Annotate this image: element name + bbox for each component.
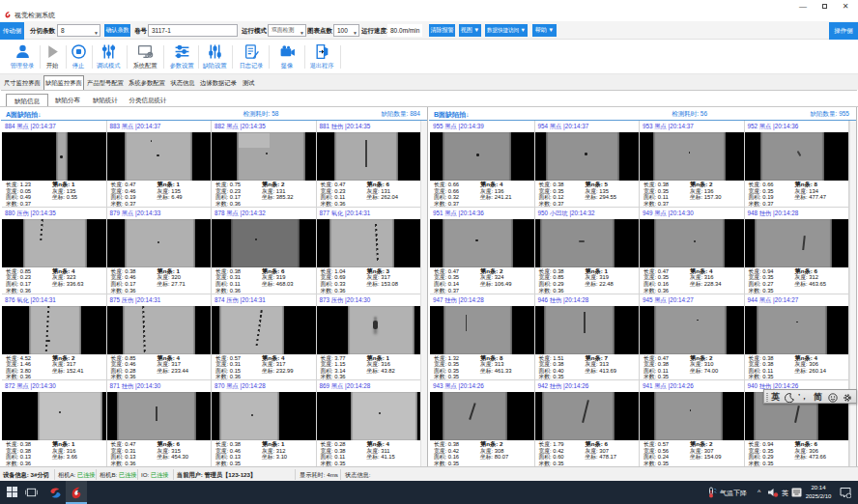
defect-tile[interactable]: 950 小凹坑 |20:14:32 长度: 0.38 宽度: 0.85 面积: …	[535, 208, 641, 294]
defect-tile[interactable]: 871 挂伤 |20:14:30 长度: 0.47 宽度: 0.31 面积: 0…	[107, 380, 213, 467]
defect-tile[interactable]: 952 黑点 |20:14:36 长度: 0.66 宽度: 0.35 面积: 0…	[745, 121, 850, 208]
taskbar-clock[interactable]: 20:14 2025/2/10	[802, 484, 835, 501]
defect-info: 长度: 0.47 宽度: 0.35 面积: 0.14 米数: 0.37 第n条:…	[430, 267, 534, 294]
tab-6[interactable]: 边缘数据记录	[198, 76, 239, 90]
tab-5[interactable]: 状态信息	[168, 76, 197, 90]
drive-side-button[interactable]: 传动侧	[0, 22, 24, 40]
operator-side-button[interactable]: 操作侧	[829, 22, 858, 40]
defect-tile-header: 944 黑点 |20:14:27	[745, 294, 849, 306]
toolbar-button-6[interactable]: 参数设置	[164, 42, 199, 72]
minimize-button[interactable]: —	[794, 1, 812, 12]
emoji-icon[interactable]	[828, 393, 838, 403]
defect-tile[interactable]: 951 黑点 |20:14:36 长度: 0.47 宽度: 0.35 面积: 0…	[430, 208, 535, 294]
defect-tile[interactable]: 873 压伤 |20:14:30 长度: 3.77 宽度: 1.15 面积: 3…	[317, 294, 422, 381]
defect-tile-header: 869 黑点 |20:14:28	[317, 380, 421, 392]
defect-tile[interactable]: 880 压伤 |20:14:35 长度: 0.85 宽度: 0.23 面积: 0…	[2, 208, 107, 294]
defect-tile[interactable]: 942 挂伤 |20:14:26 长度: 1.79 宽度: 0.42 面积: 0…	[535, 380, 641, 467]
defect-tile[interactable]: 944 黑点 |20:14:27 长度: 0.38 宽度: 0.38 面积: 0…	[745, 294, 850, 381]
defect-tile[interactable]: 945 黑点 |20:14:27 长度: 0.47 宽度: 0.38 面积: 0…	[640, 294, 745, 381]
toolbar-separator	[198, 45, 199, 69]
close-button[interactable]: ✕	[837, 1, 854, 12]
defect-tile[interactable]: 949 黑点 |20:14:30 长度: 0.47 宽度: 0.35 面积: 0…	[640, 208, 745, 294]
defect-tile[interactable]: 874 压伤 |20:14:31 长度: 0.57 宽度: 0.31 面积: 0…	[212, 294, 317, 381]
strips-count-label: 分切条数	[30, 27, 55, 36]
defect-tile[interactable]: 876 氧化 |20:14:31 长度: 4.52 宽度: 1.46 面积: 3…	[2, 294, 107, 381]
tab-3[interactable]: 产品型号配置	[85, 76, 126, 90]
panel-header: B面缺陷拍↓检测耗时: 56缺陷数量: 955	[429, 107, 856, 121]
scrollbar[interactable]	[849, 121, 856, 467]
chart-points-select[interactable]: 100▼	[333, 24, 359, 37]
defect-tile[interactable]: 953 黑点 |20:14:37 长度: 0.38 宽度: 0.35 面积: 0…	[640, 121, 745, 208]
defect-tile[interactable]: 881 挂伤 |20:14:35 长度: 0.47 宽度: 0.23 面积: 0…	[317, 121, 422, 208]
ime-drag-handle[interactable]	[766, 393, 768, 402]
maximize-button[interactable]	[815, 1, 833, 12]
toolbar-button-10[interactable]: 退出程序	[304, 42, 339, 72]
keyboard-tray-icon[interactable]	[791, 488, 802, 497]
view-menu-button[interactable]: 视图 ▼	[459, 24, 481, 37]
tab-4[interactable]: 系统参数配置	[127, 76, 167, 90]
defect-tile[interactable]: 943 黑点 |20:14:26 长度: 0.38 宽度: 0.42 面积: 0…	[430, 380, 535, 467]
pinned-app-icon[interactable]	[48, 486, 63, 500]
panel-header: A面缺陷拍↓检测耗时: 58缺陷数量: 884	[1, 107, 427, 121]
thermometer-icon[interactable]	[705, 487, 717, 498]
weather-text[interactable]: 气温下降	[720, 489, 747, 498]
tab-1[interactable]: 尺寸监控界面	[2, 76, 43, 90]
roll-number-input[interactable]: 3117-1	[148, 24, 238, 37]
toolbar-button-8[interactable]: 日志记录	[234, 42, 269, 72]
subtab-3[interactable]: 缺陷统计	[87, 94, 124, 107]
defect-tile[interactable]: 948 挂伤 |20:14:28 长度: 0.94 宽度: 0.35 面积: 0…	[745, 208, 850, 294]
active-app-task-button[interactable]	[66, 481, 87, 504]
subtab-1[interactable]: 缺陷信息	[6, 94, 48, 107]
toolbar-button-9[interactable]: 提像	[270, 42, 304, 72]
ime-mode-button[interactable]: 英	[771, 391, 780, 404]
subtab-2[interactable]: 缺陷分布	[49, 94, 86, 107]
subtab-4[interactable]: 分类信息统计	[125, 94, 171, 107]
toolbar-button-4[interactable]: 调试模式	[91, 42, 126, 72]
defect-tile[interactable]: 872 黑点 |20:14:30 长度: 0.38 宽度: 0.38 面积: 0…	[2, 380, 107, 467]
defect-tile[interactable]: 947 挂伤 |20:14:28 长度: 1.32 宽度: 0.35 面积: 0…	[430, 294, 535, 381]
scrollbar[interactable]	[420, 121, 427, 467]
defect-tile[interactable]: 883 黑点 |20:14:37 长度: 0.47 宽度: 0.46 面积: 0…	[107, 121, 213, 208]
defect-tile[interactable]: 878 黑点 |20:14:32 长度: 0.38 宽度: 0.31 面积: 0…	[212, 208, 317, 294]
defect-gray-value: 灰度: 311	[367, 448, 390, 454]
clear-alarm-button[interactable]: 清除报警	[429, 24, 455, 37]
strips-count-select[interactable]: 8▼	[57, 24, 100, 37]
ime-language-bar[interactable]: 英 ’， 简	[763, 389, 857, 404]
data-quick-access-button[interactable]: 数据快捷访问 ▼	[485, 24, 528, 37]
defect-tile[interactable]: 882 黑点 |20:14:35 长度: 0.75 宽度: 0.23 面积: 0…	[212, 121, 317, 208]
tray-expand-icon[interactable]: ^	[758, 489, 760, 495]
defect-gray-value: 灰度: 323	[52, 274, 76, 280]
ime-lang-button[interactable]: 简	[814, 391, 822, 404]
defect-strip-number: 第n条: 2	[690, 354, 712, 361]
defect-coord-value: 坐标: 27.71	[157, 281, 186, 287]
run-mode-select[interactable]: 双面检测▼	[268, 24, 306, 37]
defect-tile[interactable]: 879 黑点 |20:14:33 长度: 0.38 宽度: 0.46 面积: 0…	[107, 208, 213, 294]
defect-tile-header: 883 黑点 |20:14:37	[107, 121, 212, 132]
start-button-icon[interactable]	[7, 487, 17, 497]
gear-icon[interactable]	[843, 393, 852, 403]
tab-2[interactable]: 缺陷监控界面	[43, 75, 84, 90]
defect-tile[interactable]: 955 黑点 |20:14:39 长度: 0.66 宽度: 0.66 面积: 0…	[430, 121, 535, 208]
film-strip-band	[443, 219, 513, 267]
defect-coord-value: 坐标: 0.55	[52, 194, 77, 200]
defect-tile[interactable]: 875 压伤 |20:14:31 长度: 0.85 宽度: 0.46 面积: 0…	[107, 294, 213, 381]
defect-tile[interactable]: 954 黑点 |20:14:37 长度: 0.38 宽度: 0.35 面积: 0…	[535, 121, 641, 208]
notification-center-icon[interactable]	[840, 487, 851, 498]
defect-tile[interactable]: 946 挂伤 |20:14:28 长度: 1.51 宽度: 0.38 面积: 0…	[535, 294, 641, 381]
defect-tile[interactable]: 869 黑点 |20:14:28 长度: 0.28 宽度: 0.38 面积: 0…	[317, 380, 422, 467]
moon-icon[interactable]	[785, 393, 794, 403]
defect-tile[interactable]: 884 黑点 |20:14:37 长度: 1.23 宽度: 0.05 面积: 0…	[2, 121, 107, 208]
volume-icon[interactable]	[768, 488, 779, 497]
defect-tile[interactable]: 941 黑点 |20:14:26 长度: 0.57 宽度: 0.56 面积: 0…	[640, 380, 745, 467]
toolbar-button-7[interactable]: 缺陷设置	[197, 42, 232, 72]
defect-tile[interactable]: 870 黑点 |20:14:28 长度: 0.38 宽度: 0.46 面积: 0…	[212, 380, 317, 467]
help-menu-button[interactable]: 帮助 ▼	[532, 24, 557, 37]
ime-indicator[interactable]: 英	[782, 489, 788, 498]
defect-strip-number: 第n条: 4	[480, 181, 502, 187]
task-view-icon[interactable]	[25, 487, 38, 498]
toolbar-button-5[interactable]: 系统配置	[128, 42, 162, 72]
tab-7[interactable]: 测试	[240, 76, 257, 90]
defect-tile[interactable]: 877 氧化 |20:14:31 长度: 1.04 宽度: 0.69 面积: 0…	[317, 208, 422, 294]
ime-punctuation-button[interactable]: ’，	[798, 391, 808, 402]
confirm-strips-button[interactable]: 确认条数	[104, 24, 130, 37]
